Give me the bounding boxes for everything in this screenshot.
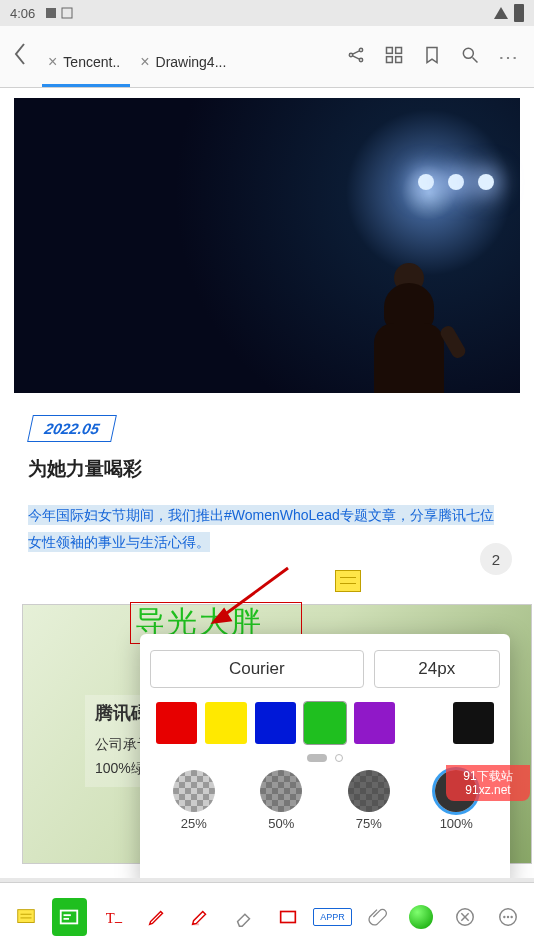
tab-label: Drawing4... <box>156 54 227 70</box>
pen-tool[interactable] <box>139 898 175 936</box>
note-tool[interactable] <box>8 898 44 936</box>
tab-close-icon[interactable]: × <box>48 53 57 71</box>
bookmark-icon[interactable] <box>422 45 442 69</box>
date-badge: 2022.05 <box>27 415 117 442</box>
svg-rect-9 <box>387 56 393 62</box>
text-insert-tool[interactable]: T <box>95 898 131 936</box>
notif-icon-2 <box>61 7 73 19</box>
more-icon[interactable]: ⋯ <box>498 45 520 69</box>
tab-close-icon[interactable]: × <box>140 53 149 71</box>
color-blue[interactable] <box>255 702 296 744</box>
svg-text:T: T <box>106 909 115 925</box>
opacity-25[interactable] <box>173 770 215 812</box>
color-yellow[interactable] <box>205 702 246 744</box>
more-tools[interactable] <box>490 898 526 936</box>
status-bar: 4:06 <box>0 0 534 26</box>
svg-rect-7 <box>387 47 393 53</box>
sticky-note-icon[interactable] <box>335 570 361 592</box>
svg-rect-19 <box>18 909 35 922</box>
svg-point-4 <box>359 58 362 61</box>
article-paragraph[interactable]: 今年国际妇女节期间，我们推出#WomenWhoLead专题文章，分享腾讯七位女性… <box>28 505 494 552</box>
svg-point-34 <box>507 915 509 917</box>
page-number-badge[interactable]: 2 <box>480 543 512 575</box>
color-red[interactable] <box>156 702 197 744</box>
svg-point-2 <box>349 53 352 56</box>
eraser-tool[interactable] <box>226 898 262 936</box>
annotation-toolbar: T APPR <box>0 882 534 950</box>
svg-rect-1 <box>62 8 72 18</box>
font-selector[interactable]: Courier <box>150 650 364 688</box>
svg-rect-0 <box>46 8 56 18</box>
tab-tencent[interactable]: × Tencent.. <box>42 39 130 87</box>
svg-rect-8 <box>396 47 402 53</box>
textbox-tool[interactable] <box>52 898 88 936</box>
watermark-brand: 91下载站 91xz.net <box>446 765 530 801</box>
svg-point-11 <box>463 48 473 58</box>
battery-icon <box>514 4 524 22</box>
svg-rect-28 <box>280 911 295 922</box>
clock: 4:06 <box>10 6 35 21</box>
opacity-75[interactable] <box>348 770 390 812</box>
grid-icon[interactable] <box>384 45 404 69</box>
svg-point-33 <box>503 915 505 917</box>
svg-line-6 <box>353 55 360 58</box>
share-icon[interactable] <box>346 45 366 69</box>
svg-point-35 <box>511 915 513 917</box>
article-title: 为她力量喝彩 <box>28 456 506 482</box>
size-selector[interactable]: 24px <box>374 650 500 688</box>
notif-icon <box>45 7 57 19</box>
wifi-icon <box>494 7 508 19</box>
color-green[interactable] <box>304 702 345 744</box>
tab-drawing4[interactable]: × Drawing4... <box>134 39 236 87</box>
svg-rect-27 <box>192 923 199 925</box>
cancel-tool[interactable] <box>447 898 483 936</box>
svg-rect-10 <box>396 56 402 62</box>
opacity-50[interactable] <box>260 770 302 812</box>
shape-fill-tool[interactable] <box>403 898 439 936</box>
search-icon[interactable] <box>460 45 480 69</box>
page-indicator <box>150 752 500 764</box>
document-content[interactable]: 2022.05 为她力量喝彩 今年国际妇女节期间，我们推出#WomenWhoLe… <box>0 88 534 878</box>
appr-stamp-tool[interactable]: APPR <box>313 898 351 936</box>
attachment-tool[interactable] <box>359 898 395 936</box>
text-style-popup: Courier 24px 25% 50% 75% 100% <box>140 634 510 878</box>
svg-point-3 <box>359 48 362 51</box>
back-button[interactable] <box>0 41 40 73</box>
svg-rect-22 <box>61 910 78 923</box>
color-black[interactable] <box>453 702 494 744</box>
color-purple[interactable] <box>354 702 395 744</box>
highlighter-tool[interactable] <box>183 898 219 936</box>
rectangle-tool[interactable] <box>270 898 306 936</box>
top-toolbar: × Tencent.. × Drawing4... ⋯ <box>0 26 534 88</box>
color-swatches <box>150 702 500 744</box>
hero-image <box>14 98 520 393</box>
svg-line-12 <box>473 57 478 62</box>
tab-label: Tencent.. <box>63 54 120 70</box>
svg-line-5 <box>353 50 360 53</box>
